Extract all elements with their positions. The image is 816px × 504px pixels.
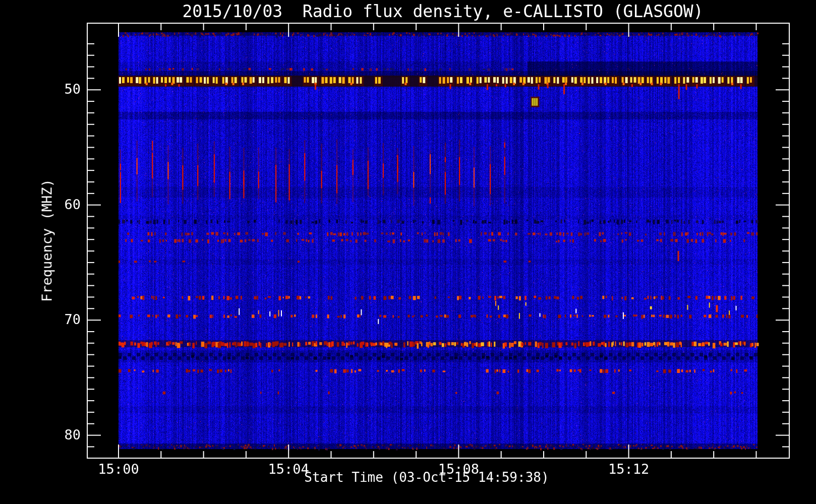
x-tick-label: 15:12 [594,461,664,477]
y-tick-label: 50 [15,81,81,97]
y-tick-label: 70 [15,311,81,327]
x-tick-label: 15:08 [423,461,494,477]
x-tick-label: 15:04 [253,461,324,477]
chart-title: 2015/10/03 Radio flux density, e-CALLIST… [35,2,816,21]
spectrogram-plot [0,0,816,504]
y-tick-label: 60 [15,197,81,212]
spectrogram-figure: 2015/10/03 Radio flux density, e-CALLIST… [0,0,816,504]
x-tick-label: 15:00 [83,461,154,477]
y-tick-label: 80 [15,427,81,443]
